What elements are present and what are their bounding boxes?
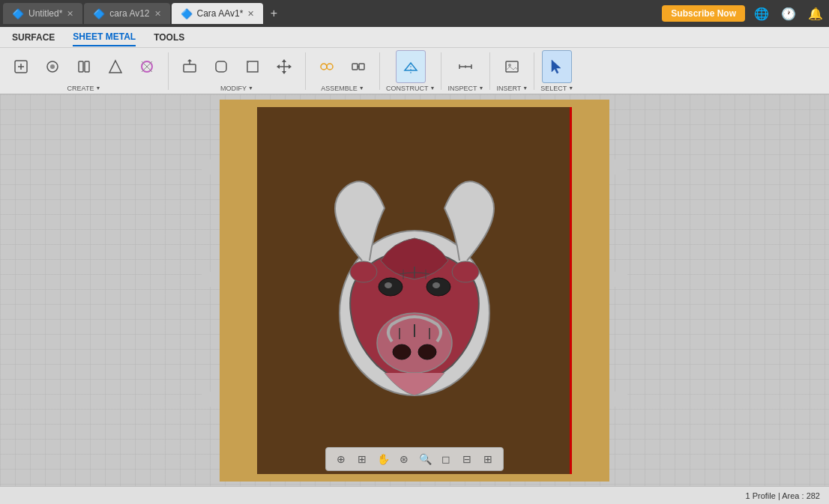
create-btn-revolve[interactable] (69, 50, 99, 83)
notch-left-top (202, 160, 220, 174)
tab-label-untitled: Untitled* (28, 8, 62, 19)
tab-cara-av12[interactable]: 🔷 cara Av12 ✕ (84, 3, 169, 24)
main-toolbar: CREATE ▼ MODIFY (0, 48, 829, 94)
create-btn-new[interactable] (6, 50, 36, 83)
assemble-label: ASSEMBLE ▼ (321, 85, 364, 92)
nav-surface[interactable]: SURFACE (12, 29, 55, 46)
svg-point-39 (452, 261, 479, 282)
select-arrow: ▼ (568, 85, 573, 91)
create-arrow: ▼ (95, 85, 100, 91)
assemble-buttons (312, 50, 373, 83)
construct-buttons (396, 50, 426, 83)
modify-label: MODIFY ▼ (220, 85, 253, 92)
bottom-btn-hand[interactable]: ✋ (374, 450, 392, 468)
select-buttons (542, 50, 572, 83)
bottom-btn-fit[interactable]: ⊕ (332, 450, 350, 468)
tab-label-cara-aav1: Cara AAv1* (197, 8, 244, 19)
toolbar-nav: SURFACE SHEET METAL TOOLS (0, 27, 829, 48)
notch-right-mid (609, 272, 627, 287)
svg-rect-5 (79, 61, 83, 72)
svg-marker-22 (289, 64, 292, 69)
bell-icon[interactable]: 🔔 (805, 5, 826, 22)
notch-left-mid (202, 272, 220, 287)
status-text: 1 Profile | Area : 282 (746, 491, 820, 500)
modify-arrow: ▼ (248, 85, 253, 91)
inspect-btn-measure[interactable] (450, 50, 480, 83)
divider-5 (489, 52, 490, 90)
svg-point-24 (327, 64, 333, 70)
globe-icon[interactable]: 🌐 (751, 5, 772, 22)
tab-untitled[interactable]: 🔷 Untitled* ✕ (3, 3, 82, 24)
notch-left-bot (202, 392, 220, 407)
panel-light (220, 100, 609, 482)
svg-rect-25 (352, 64, 358, 70)
select-btn-main[interactable] (542, 50, 572, 83)
panel-dark (257, 107, 572, 474)
modify-btn-chamfer[interactable] (238, 50, 268, 83)
svg-marker-15 (247, 61, 258, 72)
svg-marker-19 (282, 59, 286, 62)
clock-icon[interactable]: 🕐 (778, 5, 799, 22)
tab-cara-aav1[interactable]: 🔷 Cara AAv1* ✕ (172, 3, 264, 24)
divider-2 (305, 52, 306, 90)
bottom-btn-display2[interactable]: ⊞ (479, 450, 497, 468)
svg-rect-14 (216, 61, 226, 72)
svg-point-46 (418, 344, 436, 359)
bottom-btn-zoom[interactable]: 🔍 (416, 450, 434, 468)
modify-btn-move[interactable] (269, 50, 299, 83)
select-label: SELECT ▼ (540, 85, 573, 92)
subscribe-button[interactable]: Subscribe Now (662, 5, 745, 22)
assemble-btn-joint[interactable] (312, 50, 342, 83)
create-btn-sweep[interactable] (100, 50, 130, 83)
insert-arrow: ▼ (522, 85, 528, 91)
divider-6 (534, 52, 534, 90)
svg-point-45 (393, 344, 411, 359)
modify-btn-fillet[interactable] (206, 50, 236, 83)
tab-label-cara-av12: cara Av12 (109, 8, 149, 19)
insert-buttons (497, 50, 527, 83)
tab-close-cara-aav1[interactable]: ✕ (247, 9, 254, 19)
construct-btn-plane[interactable] (396, 50, 426, 83)
svg-point-4 (50, 64, 55, 69)
toolbar-group-insert: INSERT ▼ (496, 50, 528, 92)
toolbar-group-select: SELECT ▼ (540, 50, 573, 92)
canvas-area[interactable]: ⊕ ⊞ ✋ ⊛ 🔍 ◻ ⊟ ⊞ (0, 94, 829, 486)
svg-marker-7 (109, 61, 121, 73)
inspect-arrow: ▼ (478, 85, 483, 91)
notch-right-top (609, 160, 627, 174)
create-btn-extrude[interactable] (37, 50, 67, 83)
tab-close-cara-av12[interactable]: ✕ (154, 9, 161, 19)
assemble-btn-rigid[interactable] (343, 50, 373, 83)
toolbar-group-inspect: INSPECT ▼ (447, 50, 483, 92)
svg-marker-13 (187, 59, 192, 61)
insert-btn-image[interactable] (497, 50, 527, 83)
divider-1 (168, 52, 169, 90)
modify-btn-press-pull[interactable] (175, 50, 205, 83)
create-btn-loft[interactable] (132, 50, 162, 83)
svg-rect-34 (506, 61, 518, 72)
toolbar-group-assemble: ASSEMBLE ▼ (312, 50, 373, 92)
bottom-btn-grid1[interactable]: ⊞ (353, 450, 371, 468)
svg-point-44 (377, 313, 452, 373)
svg-marker-36 (552, 60, 561, 73)
divider-3 (379, 52, 380, 90)
bottom-btn-orbit[interactable]: ⊛ (395, 450, 413, 468)
bottom-btn-display1[interactable]: ⊟ (458, 450, 476, 468)
construct-arrow: ▼ (430, 85, 435, 91)
new-tab-button[interactable]: + (265, 4, 283, 22)
bottom-btn-view[interactable]: ◻ (437, 450, 455, 468)
nav-sheet-metal[interactable]: SHEET METAL (73, 28, 136, 46)
nav-tools[interactable]: TOOLS (154, 29, 184, 46)
construct-label: CONSTRUCT ▼ (386, 85, 435, 92)
svg-point-43 (432, 282, 440, 288)
tab-close-untitled[interactable]: ✕ (67, 9, 73, 19)
svg-marker-20 (282, 71, 286, 74)
insert-label: INSERT ▼ (496, 85, 528, 92)
svg-point-23 (321, 64, 327, 70)
svg-point-42 (385, 282, 392, 288)
svg-rect-26 (359, 64, 364, 70)
panel-wrapper (220, 100, 609, 482)
inspect-label: INSPECT ▼ (447, 85, 483, 92)
notch-right-bot (609, 392, 627, 407)
tab-icon-untitled: 🔷 (12, 8, 24, 19)
